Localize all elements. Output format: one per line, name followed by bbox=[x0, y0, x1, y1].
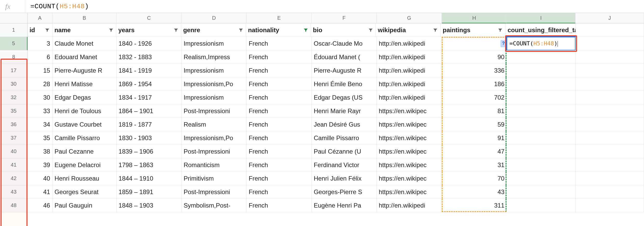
row-header[interactable]: 42 bbox=[0, 172, 28, 185]
col-header-E[interactable]: E bbox=[247, 13, 312, 23]
cell-paintings[interactable]: 43 bbox=[442, 185, 507, 199]
cell-name[interactable]: Paul Cezanne bbox=[52, 145, 117, 158]
active-formula-cell[interactable]: ?=COUNT(H5:H48) bbox=[507, 37, 575, 50]
cell-id[interactable]: 33 bbox=[28, 104, 52, 118]
cell-wikipedia[interactable]: https://en.wikipec bbox=[377, 145, 442, 158]
cell-name[interactable]: Claude Monet bbox=[52, 37, 117, 50]
cell-id[interactable]: 6 bbox=[28, 50, 52, 64]
header-genre[interactable]: genre bbox=[181, 23, 246, 37]
spreadsheet-grid[interactable]: A B C D E F G H I J 1 id name years bbox=[0, 13, 644, 212]
cell-genre[interactable]: Post-Impressioni bbox=[181, 185, 247, 199]
cell-wikipedia[interactable]: http://en.wikipedi bbox=[377, 77, 442, 91]
cell-bio[interactable]: Ferdinand Victor bbox=[312, 158, 377, 172]
header-nationality[interactable]: nationality bbox=[246, 23, 311, 37]
cell-bio[interactable]: Jean Désiré Gus bbox=[312, 118, 377, 131]
cell-years[interactable]: 1864 – 1901 bbox=[117, 104, 182, 118]
cell-genre[interactable]: Impressionism bbox=[181, 91, 247, 104]
cell-nationality[interactable]: French bbox=[247, 104, 312, 118]
filter-icon[interactable] bbox=[108, 27, 114, 33]
col-header-C[interactable]: C bbox=[117, 13, 182, 23]
cell-empty-J[interactable] bbox=[575, 118, 644, 131]
cell-empty-J[interactable] bbox=[575, 145, 644, 158]
cell-name[interactable]: Henri Rousseau bbox=[52, 172, 117, 185]
cell-genre[interactable]: Post-Impressioni bbox=[181, 104, 247, 118]
cell-empty-I[interactable] bbox=[507, 172, 575, 185]
row-header[interactable]: 41 bbox=[0, 158, 28, 172]
cell-id[interactable]: 3 bbox=[28, 37, 52, 50]
cell-years[interactable]: 1819 - 1877 bbox=[117, 118, 182, 131]
cell-wikipedia[interactable]: https://en.wikipec bbox=[377, 104, 442, 118]
cell-empty-I[interactable] bbox=[507, 185, 575, 199]
cell-paintings[interactable]: 336 bbox=[442, 64, 507, 77]
row-header[interactable]: 37 bbox=[0, 131, 28, 145]
col-header-G[interactable]: G bbox=[377, 13, 442, 23]
header-count[interactable]: count_using_filtered_table bbox=[505, 23, 575, 37]
cell-wikipedia[interactable]: http://en.wikipedi bbox=[377, 37, 442, 50]
cell-empty-J[interactable] bbox=[575, 64, 644, 77]
cell-paintings[interactable]: 70 bbox=[442, 172, 507, 185]
col-header-D[interactable]: D bbox=[181, 13, 247, 23]
cell-id[interactable]: 41 bbox=[28, 185, 52, 199]
cell-name[interactable]: Paul Gauguin bbox=[52, 199, 117, 212]
cell-empty-I[interactable] bbox=[507, 158, 575, 172]
cell-empty-I[interactable] bbox=[507, 131, 575, 145]
cell-empty-I[interactable] bbox=[507, 118, 575, 131]
row-header[interactable]: 35 bbox=[0, 104, 28, 118]
row-header[interactable]: 8 bbox=[0, 50, 28, 64]
cell-nationality[interactable]: French bbox=[247, 172, 312, 185]
cell-years[interactable]: 1830 - 1903 bbox=[117, 131, 182, 145]
cell-years[interactable]: 1839 – 1906 bbox=[117, 145, 182, 158]
cell-name[interactable]: Camille Pissarro bbox=[52, 131, 117, 145]
cell-empty-I[interactable] bbox=[507, 64, 575, 77]
header-empty-J[interactable] bbox=[575, 23, 644, 37]
cell-id[interactable]: 28 bbox=[28, 77, 52, 91]
cell-years[interactable]: 1834 - 1917 bbox=[117, 91, 182, 104]
cell-empty-I[interactable] bbox=[507, 145, 575, 158]
cell-nationality[interactable]: French bbox=[247, 37, 312, 50]
row-header[interactable]: 48 bbox=[0, 199, 28, 212]
col-header-A[interactable]: A bbox=[28, 13, 52, 23]
cell-name[interactable]: Henri de Toulous bbox=[52, 104, 117, 118]
cell-name[interactable]: Georges Seurat bbox=[52, 185, 117, 199]
cell-years[interactable]: 1840 - 1926 bbox=[117, 37, 182, 50]
header-id[interactable]: id bbox=[28, 23, 52, 37]
cell-empty-J[interactable] bbox=[575, 199, 644, 212]
cell-id[interactable]: 30 bbox=[28, 91, 52, 104]
header-bio[interactable]: bio bbox=[311, 23, 376, 37]
cell-paintings[interactable]: 702 bbox=[442, 91, 507, 104]
formula-hint-icon[interactable]: ? bbox=[500, 40, 506, 47]
row-header[interactable]: 17 bbox=[0, 64, 28, 77]
cell-genre[interactable]: Romanticism bbox=[181, 158, 247, 172]
cell-id[interactable]: 15 bbox=[28, 64, 52, 77]
cell-years[interactable]: 1841 - 1919 bbox=[117, 64, 182, 77]
cell-paintings[interactable]: 311 bbox=[442, 199, 507, 212]
cell-paintings[interactable]: 31 bbox=[442, 158, 507, 172]
cell-bio[interactable]: Eugène Henri Pa bbox=[312, 199, 377, 212]
cell-nationality[interactable]: French bbox=[247, 91, 312, 104]
filter-icon[interactable] bbox=[432, 27, 439, 33]
row-header[interactable]: 36 bbox=[0, 118, 28, 131]
filter-icon[interactable] bbox=[238, 27, 244, 33]
cell-empty-J[interactable] bbox=[575, 172, 644, 185]
cell-bio[interactable]: Henri Émile Beno bbox=[312, 77, 377, 91]
cell-empty-J[interactable] bbox=[575, 131, 644, 145]
cell-empty-J[interactable] bbox=[575, 77, 644, 91]
cell-wikipedia[interactable]: http://en.wikipedi bbox=[377, 64, 442, 77]
cell-bio[interactable]: Oscar-Claude Mo bbox=[312, 37, 377, 50]
cell-nationality[interactable]: French bbox=[247, 145, 312, 158]
cell-empty-I[interactable] bbox=[507, 91, 575, 104]
row-header-1[interactable]: 1 bbox=[0, 23, 28, 37]
cell-bio[interactable]: Edgar Degas (US bbox=[312, 91, 377, 104]
cell-nationality[interactable]: French bbox=[247, 64, 312, 77]
row-header[interactable]: 40 bbox=[0, 145, 28, 158]
cell-bio[interactable]: Édouard Manet ( bbox=[312, 50, 377, 64]
row-header[interactable]: 43 bbox=[0, 185, 28, 199]
cell-name[interactable]: Gustave Courbet bbox=[52, 118, 117, 131]
cell-bio[interactable]: Camille Pissarro bbox=[312, 131, 377, 145]
cell-genre[interactable]: Symbolism,Post- bbox=[181, 199, 247, 212]
cell-wikipedia[interactable]: https://en.wikipec bbox=[377, 131, 442, 145]
header-paintings[interactable]: paintings bbox=[440, 23, 505, 37]
cell-paintings[interactable]: 90 bbox=[442, 50, 507, 64]
cell-genre[interactable]: Impressionism,Po bbox=[181, 77, 247, 91]
cell-name[interactable]: Henri Matisse bbox=[52, 77, 117, 91]
